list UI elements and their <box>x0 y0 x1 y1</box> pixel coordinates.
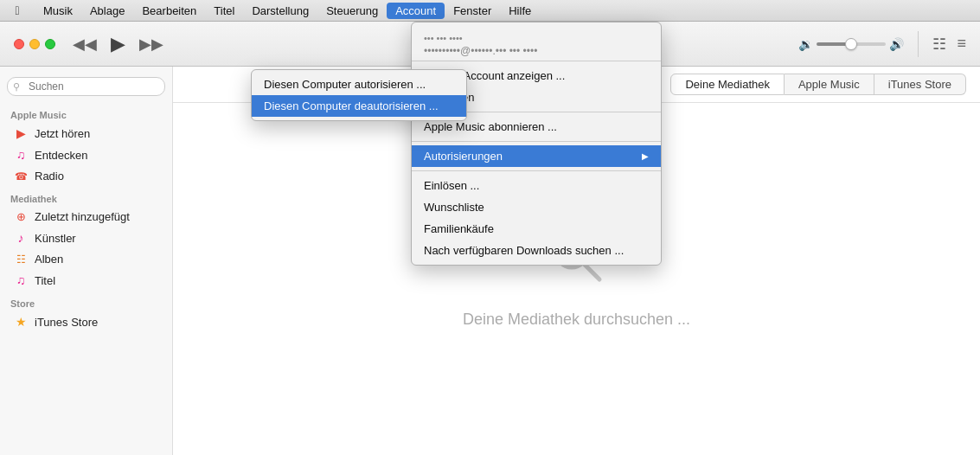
apple-icon[interactable]:  <box>0 3 35 17</box>
sidebar-item-label: Alben <box>35 253 63 266</box>
toolbar-divider <box>918 31 919 57</box>
traffic-lights <box>14 39 55 49</box>
menu-bar: Musik Ablage Bearbeiten Titel Darstellun… <box>35 3 540 19</box>
sidebar-item-titel[interactable]: ♫ Titel <box>3 270 169 291</box>
rewind-button[interactable]: ◀◀ <box>73 35 97 54</box>
sidebar-item-label: Radio <box>35 170 64 183</box>
menu-ablage[interactable]: Ablage <box>81 3 133 19</box>
artist-icon: ♪ <box>14 231 28 245</box>
minimize-button[interactable] <box>29 39 40 49</box>
sidebar-item-label: Künstler <box>35 232 76 245</box>
menu-user-info: ••• ••• •••• <box>424 33 649 43</box>
sidebar: ⚲ Apple Music ▶ Jetzt hören ♫ Entdecken … <box>0 67 173 455</box>
toolbar-icons: ☷ ≡ <box>932 35 966 54</box>
search-icon: ⚲ <box>13 81 20 93</box>
menu-titel[interactable]: Titel <box>205 3 243 19</box>
menu-entry-downloads[interactable]: Nach verfügbaren Downloads suchen ... <box>412 240 661 261</box>
sidebar-search[interactable]: ⚲ <box>7 77 165 96</box>
sidebar-item-entdecken[interactable]: ♫ Entdecken <box>3 144 169 165</box>
album-icon: ☷ <box>14 253 28 266</box>
menu-account[interactable]: Account <box>387 3 445 19</box>
tab-itunes-store[interactable]: iTunes Store <box>874 74 966 95</box>
search-input[interactable] <box>7 77 165 96</box>
titlebar:  Musik Ablage Bearbeiten Titel Darstell… <box>0 0 980 22</box>
menu-fenster[interactable]: Fenster <box>445 3 500 19</box>
volume-control[interactable]: 🔉 🔊 <box>798 37 904 51</box>
transport-controls: ◀◀ ▶ ▶▶ <box>73 33 163 55</box>
menu-entry-autorisierungen[interactable]: Autorisierungen ▶ <box>412 145 661 167</box>
menu-entry-wunschliste[interactable]: Wunschliste <box>412 196 661 218</box>
account-menu[interactable]: ••• ••• •••• ••••••••••@••••••.••• ••• •… <box>411 22 662 266</box>
maximize-button[interactable] <box>45 39 55 49</box>
tab-deine-mediathek[interactable]: Deine Mediathek <box>670 74 785 95</box>
close-button[interactable] <box>14 39 24 49</box>
autorisierungen-submenu[interactable]: Diesen Computer autorisieren ... Diesen … <box>251 69 467 121</box>
play-circle-icon: ▶ <box>14 126 28 140</box>
menu-separator-3 <box>412 170 661 171</box>
menu-darstellung[interactable]: Darstellung <box>243 3 317 19</box>
menu-entry-einloesen[interactable]: Einlösen ... <box>412 175 661 196</box>
note-icon: ♫ <box>14 148 28 162</box>
menu-bearbeiten[interactable]: Bearbeiten <box>133 3 205 19</box>
star-icon: ★ <box>14 315 28 329</box>
sidebar-item-kuenstler[interactable]: ♪ Künstler <box>3 228 169 248</box>
sidebar-section-mediathek: Mediathek <box>0 187 172 206</box>
radio-icon: ☎ <box>14 170 28 183</box>
play-button[interactable]: ▶ <box>111 33 125 55</box>
content-placeholder: Deine Mediathek durchsuchen ... <box>463 311 690 329</box>
volume-low-icon: 🔉 <box>798 37 813 51</box>
sidebar-section-apple-music: Apple Music <box>0 103 172 122</box>
lyrics-icon[interactable]: ☷ <box>932 35 946 54</box>
sidebar-item-alben[interactable]: ☷ Alben <box>3 249 169 269</box>
menu-entry-label: Autorisierungen <box>424 150 503 163</box>
volume-slider[interactable] <box>817 42 886 46</box>
recently-added-icon: ⊕ <box>14 210 28 223</box>
menu-separator-2 <box>412 141 661 142</box>
menu-user-email: ••••••••••@••••••.••• ••• •••• <box>424 45 649 57</box>
menu-header: ••• ••• •••• ••••••••••@••••••.••• ••• •… <box>412 26 661 61</box>
sidebar-item-zuletzt[interactable]: ⊕ Zuletzt hinzugefügt <box>3 207 169 227</box>
sidebar-item-label: Entdecken <box>35 149 87 162</box>
sidebar-section-store: Store <box>0 292 172 311</box>
submenu-entry-autorisieren[interactable]: Diesen Computer autorisieren ... <box>252 74 466 95</box>
submenu-entry-deautorisieren[interactable]: Diesen Computer deautorisieren ... <box>252 95 466 117</box>
submenu-arrow-icon: ▶ <box>642 151 649 161</box>
menu-steuerung[interactable]: Steuerung <box>317 3 387 19</box>
sidebar-item-label: Zuletzt hinzugefügt <box>35 210 130 223</box>
menu-musik[interactable]: Musik <box>35 3 81 19</box>
sidebar-item-label: Titel <box>35 274 55 287</box>
volume-high-icon: 🔊 <box>889 37 904 51</box>
sidebar-item-label: Jetzt hören <box>35 127 90 140</box>
sidebar-item-itunes-store[interactable]: ★ iTunes Store <box>3 311 169 332</box>
menu-entry-familienkaufe[interactable]: Familienkäufe <box>412 218 661 240</box>
sidebar-item-label: iTunes Store <box>35 316 98 329</box>
tab-apple-music[interactable]: Apple Music <box>785 74 874 95</box>
title-icon: ♫ <box>14 273 28 287</box>
sidebar-item-jetzt-horen[interactable]: ▶ Jetzt hören <box>3 123 169 144</box>
list-icon[interactable]: ≡ <box>957 35 966 54</box>
forward-button[interactable]: ▶▶ <box>139 35 163 54</box>
menu-hilfe[interactable]: Hilfe <box>500 3 540 19</box>
sidebar-item-radio[interactable]: ☎ Radio <box>3 166 169 186</box>
